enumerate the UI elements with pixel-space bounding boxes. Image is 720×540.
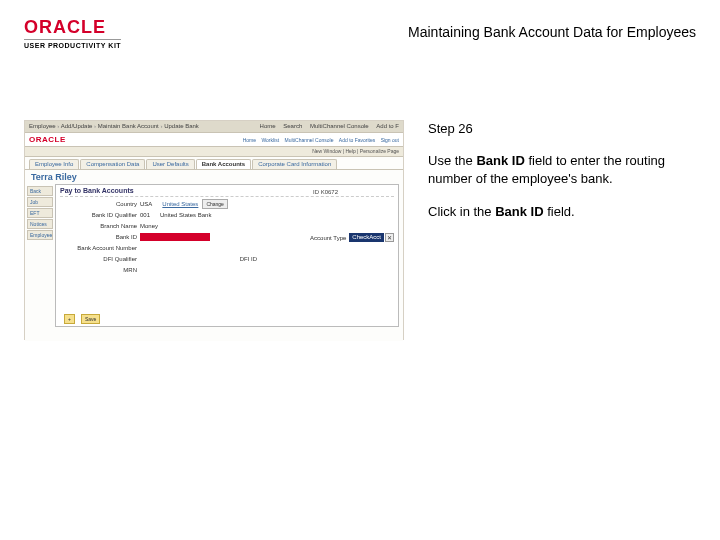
global-link[interactable]: MultiChannel Console [285,137,334,143]
row-branch-name: Branch Name Money [60,221,394,231]
app-screenshot: Employee Add/Update Maintain Bank Accoun… [24,120,404,340]
label-bank-id: Bank ID [60,234,140,240]
text-frag: Use the [428,153,476,168]
label-bank-id-qualifier: Bank ID Qualifier [60,212,140,218]
label-bank-account-number: Bank Account Number [60,245,140,251]
desc-bank-id-qualifier: United States Bank [160,212,211,218]
bank-account-form: Pay to Bank Accounts ID K0672 Country US… [55,184,399,327]
tab-employee-info[interactable]: Employee Info [29,159,79,169]
tab-bank-accounts[interactable]: Bank Accounts [196,159,251,169]
breadcrumb-item[interactable]: Employee [29,123,61,129]
link-country[interactable]: United States [162,201,198,207]
label-account-type: Account Type [310,235,346,241]
add-row-button[interactable]: + [64,314,75,324]
text-frag: field. [544,204,575,219]
sidebar-item[interactable]: Job [27,197,53,207]
tab-strip: Employee Info Compensation Data User Def… [25,157,403,170]
instruction-line-2: Click in the Bank ID field. [428,203,696,221]
breadcrumb: Employee Add/Update Maintain Bank Accoun… [29,123,199,132]
person-name: Terra Riley [25,170,403,184]
row-account-type: Account Type CheckAcct ✕ [310,233,394,242]
save-button[interactable]: Save [81,314,100,324]
row-bank-account-number: Bank Account Number [60,243,394,253]
sidebar-item[interactable]: EFT Optio [27,208,53,218]
global-link[interactable]: Worklist [261,137,279,143]
step-label: Step 26 [428,120,696,138]
left-sidebar: Back Job EFT Optio Notices Employee [27,186,53,241]
page-util-bar[interactable]: New Window | Help | Personalize Page [25,147,403,157]
brand-bar: ORACLE Home Worklist MultiChannel Consol… [25,133,403,147]
brand-logo-text: ORACLE [24,18,121,36]
brand-logo-sub: USER PRODUCTIVITY KIT [24,39,121,49]
breadcrumb-item[interactable]: Update Bank [164,123,199,129]
global-link[interactable]: Sign out [381,137,399,143]
app-brand-logo: ORACLE [29,135,66,144]
form-area: Back Job EFT Optio Notices Employee Pay … [25,184,403,341]
text-frag: Click in the [428,204,495,219]
row-mrn: MRN [60,265,394,275]
top-link[interactable]: Search [283,123,302,129]
instruction-panel: Step 26 Use the Bank ID field to enter t… [428,120,696,235]
document-title: Maintaining Bank Account Data for Employ… [408,24,696,40]
text-bold: Bank ID [495,204,543,219]
sidebar-item[interactable]: Employee [27,230,53,240]
sidebar-item[interactable]: Notices [27,219,53,229]
slide-header: ORACLE USER PRODUCTIVITY KIT Maintaining… [24,18,696,58]
global-link[interactable]: Home [243,137,256,143]
slide-body: Employee Add/Update Maintain Bank Accoun… [24,120,696,516]
account-type-select[interactable]: CheckAcct [349,233,384,242]
text-bold: Bank ID [476,153,524,168]
change-country-button[interactable]: Change [202,199,228,209]
label-country: Country [60,201,140,207]
label-branch-name: Branch Name [60,223,140,229]
value-country: USA [140,201,152,207]
bank-id-field[interactable] [140,233,210,241]
top-link[interactable]: MultiChannel Console [310,123,369,129]
label-dfi-id: DFI ID [230,256,260,262]
top-link[interactable]: Home [260,123,276,129]
separator [60,196,394,197]
sidebar-item[interactable]: Back [27,186,53,196]
instruction-line-1: Use the Bank ID field to enter the routi… [428,152,696,188]
row-bank-id-qualifier: Bank ID Qualifier 001 United States Bank [60,210,394,220]
row-dfi: DFI Qualifier DFI ID [60,254,394,264]
label-mrn: MRN [60,267,140,273]
slide: ORACLE USER PRODUCTIVITY KIT Maintaining… [0,0,720,540]
label-dfi-qualifier: DFI Qualifier [60,256,140,262]
person-id: ID K0672 [313,189,338,195]
value-branch-name: Money [140,223,158,229]
row-country: Country USA United States Change [60,199,394,209]
breadcrumb-bar: Employee Add/Update Maintain Bank Accoun… [25,121,403,133]
tab-user-defaults[interactable]: User Defaults [146,159,194,169]
clear-icon[interactable]: ✕ [385,233,394,242]
tab-compensation[interactable]: Compensation Data [80,159,145,169]
global-link[interactable]: Add to Favorites [339,137,375,143]
value-bank-id-qualifier: 001 [140,212,150,218]
form-title: Pay to Bank Accounts [60,187,394,194]
breadcrumb-item[interactable]: Add/Update [61,123,98,129]
global-links: Home Worklist MultiChannel Console Add t… [239,137,399,143]
breadcrumb-item[interactable]: Maintain Bank Account [98,123,164,129]
top-links: Home Search MultiChannel Console Add to … [254,123,399,132]
top-link[interactable]: Add to F [376,123,399,129]
tab-corporate-card[interactable]: Corporate Card Information [252,159,337,169]
form-action-buttons: + Save [60,314,100,324]
brand-logo: ORACLE USER PRODUCTIVITY KIT [24,18,121,49]
